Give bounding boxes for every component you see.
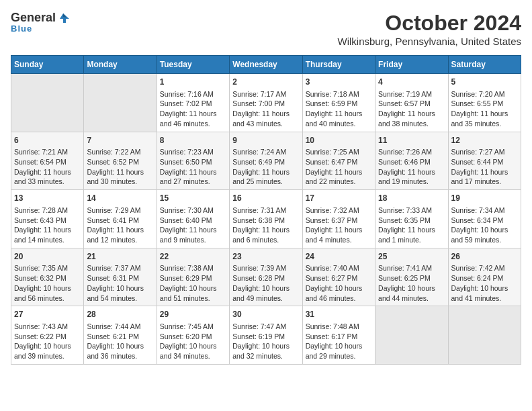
calendar-cell: 24Sunrise: 7:40 AMSunset: 6:27 PMDayligh…: [302, 248, 375, 306]
day-content: Sunrise: 7:20 AMSunset: 6:55 PMDaylight:…: [451, 89, 518, 129]
calendar-cell: 11Sunrise: 7:26 AMSunset: 6:46 PMDayligh…: [375, 132, 448, 190]
day-number: 2: [232, 77, 299, 88]
daylight-hours: Daylight: 10 hours and 44 minutes.: [378, 284, 435, 302]
day-content: Sunrise: 7:16 AMSunset: 7:02 PMDaylight:…: [160, 89, 226, 129]
calendar-cell: 7Sunrise: 7:22 AMSunset: 6:52 PMDaylight…: [84, 132, 157, 190]
day-content: Sunrise: 7:24 AMSunset: 6:49 PMDaylight:…: [232, 147, 299, 187]
col-header-tuesday: Tuesday: [157, 56, 229, 74]
day-number: 20: [14, 251, 81, 263]
daylight-hours: Daylight: 11 hours and 27 minutes.: [160, 168, 217, 186]
day-number: 16: [232, 193, 299, 204]
day-number: 24: [306, 251, 372, 263]
daylight-hours: Daylight: 11 hours and 33 minutes.: [14, 168, 71, 186]
calendar-cell: [448, 306, 521, 365]
day-content: Sunrise: 7:45 AMSunset: 6:20 PMDaylight:…: [160, 322, 226, 361]
day-number: 1: [160, 77, 226, 88]
day-number: 27: [14, 309, 81, 320]
day-number: 30: [232, 309, 299, 320]
daylight-hours: Daylight: 10 hours and 39 minutes.: [14, 342, 71, 360]
calendar-week-3: 13Sunrise: 7:28 AMSunset: 6:43 PMDayligh…: [11, 190, 521, 248]
daylight-hours: Daylight: 11 hours and 19 minutes.: [378, 168, 435, 186]
day-content: Sunrise: 7:44 AMSunset: 6:21 PMDaylight:…: [87, 322, 153, 361]
calendar-cell: 17Sunrise: 7:32 AMSunset: 6:37 PMDayligh…: [302, 190, 375, 248]
daylight-hours: Daylight: 11 hours and 12 minutes.: [87, 226, 144, 244]
day-number: 19: [451, 193, 518, 204]
day-content: Sunrise: 7:32 AMSunset: 6:37 PMDaylight:…: [306, 205, 372, 245]
day-content: Sunrise: 7:22 AMSunset: 6:52 PMDaylight:…: [87, 147, 153, 187]
calendar-cell: [84, 74, 157, 132]
calendar-cell: 25Sunrise: 7:41 AMSunset: 6:25 PMDayligh…: [375, 248, 448, 306]
calendar-cell: 29Sunrise: 7:45 AMSunset: 6:20 PMDayligh…: [157, 306, 229, 365]
day-number: 8: [160, 135, 226, 146]
day-number: 25: [378, 251, 445, 263]
title-block: October 2024 Wilkinsburg, Pennsylvania, …: [338, 11, 521, 47]
day-content: Sunrise: 7:41 AMSunset: 6:25 PMDaylight:…: [378, 263, 445, 303]
calendar-table: SundayMondayTuesdayWednesdayThursdayFrid…: [11, 55, 521, 365]
daylight-hours: Daylight: 11 hours and 25 minutes.: [232, 168, 290, 186]
calendar-week-1: 1Sunrise: 7:16 AMSunset: 7:02 PMDaylight…: [11, 74, 521, 132]
calendar-cell: [375, 306, 448, 365]
day-content: Sunrise: 7:23 AMSunset: 6:50 PMDaylight:…: [160, 147, 226, 187]
day-content: Sunrise: 7:33 AMSunset: 6:35 PMDaylight:…: [378, 205, 445, 245]
calendar-cell: 9Sunrise: 7:24 AMSunset: 6:49 PMDaylight…: [230, 132, 302, 190]
calendar-cell: 1Sunrise: 7:16 AMSunset: 7:02 PMDaylight…: [157, 74, 229, 132]
daylight-hours: Daylight: 11 hours and 17 minutes.: [451, 168, 508, 186]
daylight-hours: Daylight: 11 hours and 6 minutes.: [232, 226, 290, 244]
day-content: Sunrise: 7:19 AMSunset: 6:57 PMDaylight:…: [378, 89, 445, 129]
calendar-cell: 23Sunrise: 7:39 AMSunset: 6:28 PMDayligh…: [230, 248, 302, 306]
col-header-wednesday: Wednesday: [230, 56, 302, 74]
col-header-thursday: Thursday: [302, 56, 375, 74]
day-content: Sunrise: 7:43 AMSunset: 6:22 PMDaylight:…: [14, 322, 81, 361]
day-content: Sunrise: 7:21 AMSunset: 6:54 PMDaylight:…: [14, 147, 81, 187]
day-number: 6: [14, 135, 81, 146]
day-number: 14: [87, 193, 153, 204]
calendar-cell: 3Sunrise: 7:18 AMSunset: 6:59 PMDaylight…: [302, 74, 375, 132]
daylight-hours: Daylight: 11 hours and 14 minutes.: [14, 226, 71, 244]
day-content: Sunrise: 7:40 AMSunset: 6:27 PMDaylight:…: [306, 263, 372, 303]
day-number: 21: [87, 251, 153, 263]
calendar-header-row: SundayMondayTuesdayWednesdayThursdayFrid…: [11, 56, 521, 74]
day-content: Sunrise: 7:47 AMSunset: 6:19 PMDaylight:…: [232, 322, 299, 361]
day-number: 4: [378, 77, 445, 88]
daylight-hours: Daylight: 10 hours and 29 minutes.: [306, 342, 363, 360]
page-subtitle: Wilkinsburg, Pennsylvania, United States: [338, 36, 521, 47]
day-content: Sunrise: 7:35 AMSunset: 6:32 PMDaylight:…: [14, 263, 81, 303]
calendar-cell: 19Sunrise: 7:34 AMSunset: 6:34 PMDayligh…: [448, 190, 521, 248]
col-header-friday: Friday: [375, 56, 448, 74]
daylight-hours: Daylight: 11 hours and 43 minutes.: [232, 109, 290, 128]
calendar-cell: 26Sunrise: 7:42 AMSunset: 6:24 PMDayligh…: [448, 248, 521, 306]
day-number: 12: [451, 135, 518, 146]
calendar-cell: 30Sunrise: 7:47 AMSunset: 6:19 PMDayligh…: [230, 306, 302, 365]
logo-bird-icon: [57, 12, 69, 24]
day-content: Sunrise: 7:37 AMSunset: 6:31 PMDaylight:…: [87, 263, 153, 303]
day-number: 3: [306, 77, 372, 88]
svg-marker-0: [60, 13, 69, 23]
daylight-hours: Daylight: 10 hours and 51 minutes.: [160, 284, 217, 302]
page-title: October 2024: [338, 11, 521, 36]
day-number: 22: [160, 251, 226, 263]
day-number: 17: [306, 193, 372, 204]
calendar-cell: 10Sunrise: 7:25 AMSunset: 6:47 PMDayligh…: [302, 132, 375, 190]
calendar-cell: 6Sunrise: 7:21 AMSunset: 6:54 PMDaylight…: [11, 132, 84, 190]
daylight-hours: Daylight: 11 hours and 4 minutes.: [306, 226, 363, 244]
day-content: Sunrise: 7:26 AMSunset: 6:46 PMDaylight:…: [378, 147, 445, 187]
day-number: 29: [160, 309, 226, 320]
calendar-cell: 27Sunrise: 7:43 AMSunset: 6:22 PMDayligh…: [11, 306, 84, 365]
day-number: 11: [378, 135, 445, 146]
daylight-hours: Daylight: 10 hours and 32 minutes.: [232, 342, 290, 360]
calendar-cell: 8Sunrise: 7:23 AMSunset: 6:50 PMDaylight…: [157, 132, 229, 190]
calendar-cell: 13Sunrise: 7:28 AMSunset: 6:43 PMDayligh…: [11, 190, 84, 248]
daylight-hours: Daylight: 10 hours and 36 minutes.: [87, 342, 144, 360]
daylight-hours: Daylight: 11 hours and 40 minutes.: [306, 109, 363, 128]
calendar-cell: 28Sunrise: 7:44 AMSunset: 6:21 PMDayligh…: [84, 306, 157, 365]
day-content: Sunrise: 7:39 AMSunset: 6:28 PMDaylight:…: [232, 263, 299, 303]
day-number: 26: [451, 251, 518, 263]
day-content: Sunrise: 7:31 AMSunset: 6:38 PMDaylight:…: [232, 205, 299, 245]
day-number: 7: [87, 135, 153, 146]
daylight-hours: Daylight: 10 hours and 56 minutes.: [14, 284, 71, 302]
day-number: 31: [306, 309, 372, 320]
day-content: Sunrise: 7:34 AMSunset: 6:34 PMDaylight:…: [451, 205, 518, 245]
calendar-cell: 15Sunrise: 7:30 AMSunset: 6:40 PMDayligh…: [157, 190, 229, 248]
calendar-cell: [11, 74, 84, 132]
daylight-hours: Daylight: 10 hours and 41 minutes.: [451, 284, 508, 302]
